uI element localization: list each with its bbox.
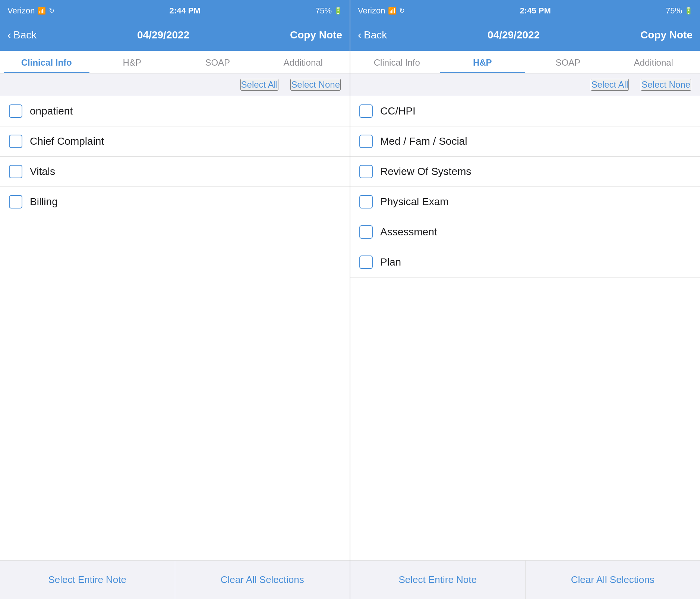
select-all-button[interactable]: Select All [240,79,279,91]
screens-wrapper: Verizon 📶 ↻ 2:44 PM 75% 🔋 ‹ Back 04/29/2… [0,0,700,599]
list-item-label-review-of-systems: Review Of Systems [380,166,471,178]
checkbox-billing[interactable] [9,195,22,208]
tab-bar: Clinical InfoH&PSOAPAdditional [0,51,350,73]
checkbox-onpatient[interactable] [9,104,22,118]
carrier-label: Verizon [358,6,385,16]
status-bar: Verizon 📶 ↻ 2:44 PM 75% 🔋 [0,0,350,21]
checkbox-physical-exam[interactable] [359,195,373,208]
select-none-button[interactable]: Select None [290,79,341,91]
tab-additional[interactable]: Additional [261,51,346,73]
select-bar: Select All Select None [350,73,700,96]
list-item-label-billing: Billing [30,196,58,208]
tab-soap[interactable]: SOAP [175,51,261,73]
copy-note-button[interactable]: Copy Note [640,29,693,41]
tab-clinical-info[interactable]: Clinical Info [354,51,440,73]
checkbox-assessment[interactable] [359,225,373,239]
list-container: CC/HPIMed / Fam / SocialReview Of System… [350,96,700,560]
list-item-label-onpatient: onpatient [30,105,73,117]
phone-screen-0: Verizon 📶 ↻ 2:44 PM 75% 🔋 ‹ Back 04/29/2… [0,0,350,599]
status-time: 2:44 PM [170,6,201,16]
clear-all-selections-button[interactable]: Clear All Selections [525,561,700,599]
nav-bar: ‹ Back 04/29/2022 Copy Note [350,21,700,51]
tab-additional[interactable]: Additional [611,51,697,73]
list-item-label-chief-complaint: Chief Complaint [30,135,104,147]
select-entire-note-button[interactable]: Select Entire Note [0,561,175,599]
checkbox-review-of-systems[interactable] [359,165,373,178]
select-bar: Select All Select None [0,73,350,96]
list-item-assessment[interactable]: Assessment [350,217,700,247]
back-chevron-icon: ‹ [7,29,11,41]
select-all-button[interactable]: Select All [591,79,629,91]
status-right: 75% 🔋 [666,6,693,16]
wifi-icon: 📶 [388,7,396,15]
list-item-label-cc-hpi: CC/HPI [380,105,416,117]
list-item-cc-hpi[interactable]: CC/HPI [350,96,700,126]
list-container: onpatientChief ComplaintVitalsBilling [0,96,350,560]
clear-all-selections-button[interactable]: Clear All Selections [175,561,350,599]
carrier-label: Verizon [7,6,35,16]
checkbox-cc-hpi[interactable] [359,104,373,118]
list-item-label-plan: Plan [380,256,401,268]
tab-bar: Clinical InfoH&PSOAPAdditional [350,51,700,73]
list-item-label-assessment: Assessment [380,226,437,238]
tab-hp[interactable]: H&P [440,51,526,73]
bottom-bar: Select Entire Note Clear All Selections [0,560,350,599]
list-item-label-med-fam-social: Med / Fam / Social [380,135,467,147]
status-bar: Verizon 📶 ↻ 2:45 PM 75% 🔋 [350,0,700,21]
back-label: Back [13,29,37,41]
copy-note-button[interactable]: Copy Note [290,29,342,41]
back-label: Back [364,29,387,41]
status-time: 2:45 PM [520,6,551,16]
list-item-plan[interactable]: Plan [350,247,700,277]
nav-bar: ‹ Back 04/29/2022 Copy Note [0,21,350,51]
battery-icon: 🔋 [334,7,342,15]
back-button[interactable]: ‹ Back [7,29,37,41]
list-item-chief-complaint[interactable]: Chief Complaint [0,126,350,157]
sync-icon: ↻ [399,7,405,15]
nav-date: 04/29/2022 [137,29,189,41]
status-left: Verizon 📶 ↻ [358,6,405,16]
list-item-physical-exam[interactable]: Physical Exam [350,187,700,217]
list-item-onpatient[interactable]: onpatient [0,96,350,126]
back-chevron-icon: ‹ [358,29,362,41]
select-none-button[interactable]: Select None [641,79,691,91]
sync-icon: ↻ [49,7,54,15]
battery-label: 75% [315,6,332,16]
tab-hp[interactable]: H&P [89,51,175,73]
list-item-review-of-systems[interactable]: Review Of Systems [350,157,700,187]
select-entire-note-button[interactable]: Select Entire Note [350,561,525,599]
back-button[interactable]: ‹ Back [358,29,387,41]
list-item-label-vitals: Vitals [30,166,55,178]
checkbox-chief-complaint[interactable] [9,135,22,148]
tab-soap[interactable]: SOAP [525,51,611,73]
battery-label: 75% [666,6,682,16]
status-left: Verizon 📶 ↻ [7,6,54,16]
checkbox-plan[interactable] [359,255,373,269]
tab-clinical-info[interactable]: Clinical Info [4,51,89,73]
wifi-icon: 📶 [38,7,46,15]
list-item-billing[interactable]: Billing [0,187,350,217]
list-item-med-fam-social[interactable]: Med / Fam / Social [350,126,700,157]
list-item-label-physical-exam: Physical Exam [380,196,449,208]
checkbox-vitals[interactable] [9,165,22,178]
bottom-bar: Select Entire Note Clear All Selections [350,560,700,599]
battery-icon: 🔋 [684,7,693,15]
phone-screen-1: Verizon 📶 ↻ 2:45 PM 75% 🔋 ‹ Back 04/29/2… [350,0,700,599]
checkbox-med-fam-social[interactable] [359,135,373,148]
status-right: 75% 🔋 [315,6,342,16]
nav-date: 04/29/2022 [488,29,540,41]
list-item-vitals[interactable]: Vitals [0,157,350,187]
